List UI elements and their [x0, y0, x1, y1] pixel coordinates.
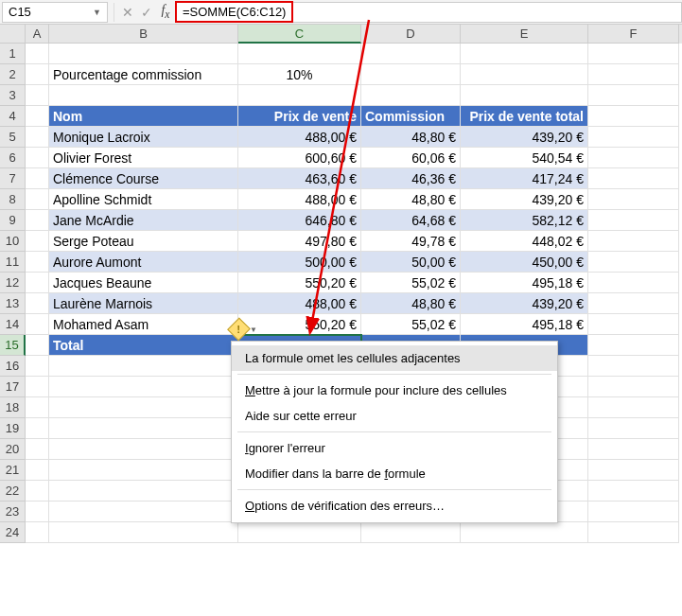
enter-icon[interactable]: ✓ [137, 5, 156, 20]
cell[interactable] [461, 522, 588, 543]
cell[interactable] [588, 314, 679, 335]
cell-prix[interactable]: 488,00 € [238, 293, 361, 314]
cell-nom[interactable]: Mohamed Asam [49, 314, 238, 335]
col-header-B[interactable]: B [49, 25, 238, 44]
row-header-18[interactable]: 18 [0, 397, 26, 418]
commission-label[interactable]: Pourcentage commission [49, 64, 238, 85]
cell-prix[interactable]: 550,20 € [238, 273, 361, 293]
row-header-14[interactable]: 14 [0, 314, 26, 335]
cell[interactable] [588, 64, 679, 85]
cell[interactable] [588, 418, 679, 439]
row-header-7[interactable]: 7 [0, 168, 26, 189]
cell-prix[interactable]: 500,00 € [238, 252, 361, 273]
row-header-16[interactable]: 16 [0, 356, 26, 377]
th-comm[interactable]: Commission [361, 106, 461, 127]
chevron-down-icon[interactable]: ▼ [93, 8, 101, 17]
row-header-20[interactable]: 20 [0, 439, 26, 460]
cell[interactable] [26, 460, 49, 481]
cell[interactable] [588, 293, 679, 314]
cell[interactable] [26, 210, 49, 231]
cell[interactable] [588, 397, 679, 418]
cell[interactable] [588, 210, 679, 231]
cell[interactable] [588, 168, 679, 189]
name-box[interactable]: C15 ▼ [2, 2, 108, 23]
cell[interactable] [588, 377, 679, 397]
menu-item-help[interactable]: Aide sur cette erreur [232, 403, 557, 429]
cell-comm[interactable]: 46,36 € [361, 168, 461, 189]
cell[interactable] [238, 85, 361, 106]
cell[interactable] [26, 481, 49, 502]
menu-item-omit[interactable]: La formule omet les cellules adjacentes [232, 345, 557, 371]
cell[interactable] [361, 44, 461, 64]
row-header-12[interactable]: 12 [0, 273, 26, 293]
cell[interactable] [26, 293, 49, 314]
total-label[interactable]: Total [49, 335, 238, 356]
cell-prix[interactable]: 497,80 € [238, 231, 361, 252]
cell[interactable] [461, 64, 588, 85]
col-header-E[interactable]: E [461, 25, 588, 44]
cell[interactable] [26, 418, 49, 439]
cell[interactable] [49, 397, 238, 418]
th-prix[interactable]: Prix de vente [238, 106, 361, 127]
cell-comm[interactable]: 48,80 € [361, 293, 461, 314]
cell-total[interactable]: 439,20 € [461, 127, 588, 148]
row-header-2[interactable]: 2 [0, 64, 26, 85]
cell-nom[interactable]: Aurore Aumont [49, 252, 238, 273]
row-header-24[interactable]: 24 [0, 522, 26, 543]
cell[interactable] [26, 522, 49, 543]
cell-total[interactable]: 439,20 € [461, 293, 588, 314]
row-header-10[interactable]: 10 [0, 231, 26, 252]
cell[interactable] [49, 377, 238, 397]
cell[interactable] [49, 356, 238, 377]
row-header-4[interactable]: 4 [0, 106, 26, 127]
cell[interactable] [461, 85, 588, 106]
cell[interactable] [238, 522, 361, 543]
cell[interactable] [588, 502, 679, 522]
cell[interactable] [588, 252, 679, 273]
row-header-17[interactable]: 17 [0, 377, 26, 397]
row-header-23[interactable]: 23 [0, 502, 26, 522]
cell-comm[interactable]: 50,00 € [361, 252, 461, 273]
error-trace-button[interactable]: ! ▼ [231, 320, 257, 339]
row-header-19[interactable]: 19 [0, 418, 26, 439]
menu-item-ignore[interactable]: Ignorer l'erreur [232, 435, 557, 461]
cell[interactable] [26, 127, 49, 148]
th-total[interactable]: Prix de vente total [461, 106, 588, 127]
cell-total[interactable]: 450,00 € [461, 252, 588, 273]
cell-prix[interactable]: 463,60 € [238, 168, 361, 189]
cell[interactable] [49, 502, 238, 522]
cell[interactable] [588, 460, 679, 481]
cell-nom[interactable]: Serge Poteau [49, 231, 238, 252]
cell[interactable] [588, 127, 679, 148]
cell[interactable] [588, 481, 679, 502]
cell[interactable] [588, 356, 679, 377]
cell[interactable] [588, 106, 679, 127]
cell-nom[interactable]: Monique Lacroix [49, 127, 238, 148]
row-header-5[interactable]: 5 [0, 127, 26, 148]
cell[interactable] [49, 460, 238, 481]
cell-prix[interactable]: 488,00 € [238, 189, 361, 210]
cell-total[interactable]: 417,24 € [461, 168, 588, 189]
cell[interactable] [588, 231, 679, 252]
col-header-F[interactable]: F [588, 25, 679, 44]
cell-comm[interactable]: 60,06 € [361, 148, 461, 168]
cell[interactable] [26, 168, 49, 189]
cell[interactable] [588, 85, 679, 106]
row-header-11[interactable]: 11 [0, 252, 26, 273]
row-header-21[interactable]: 21 [0, 460, 26, 481]
cell[interactable] [26, 252, 49, 273]
cell[interactable] [26, 356, 49, 377]
cell[interactable] [588, 189, 679, 210]
row-header-1[interactable]: 1 [0, 44, 26, 64]
chevron-down-icon[interactable]: ▼ [250, 326, 257, 334]
cell[interactable] [361, 64, 461, 85]
cell[interactable] [588, 44, 679, 64]
cell-total[interactable]: 439,20 € [461, 189, 588, 210]
cell-total[interactable]: 495,18 € [461, 314, 588, 335]
menu-item-options[interactable]: Options de vérification des erreurs… [232, 493, 557, 519]
cell-nom[interactable]: Jane McArdie [49, 210, 238, 231]
cell[interactable] [26, 439, 49, 460]
formula-input[interactable]: =SOMME(C6:C12) [175, 2, 682, 23]
commission-value[interactable]: 10% [238, 64, 361, 85]
cell-nom[interactable]: Apolline Schmidt [49, 189, 238, 210]
